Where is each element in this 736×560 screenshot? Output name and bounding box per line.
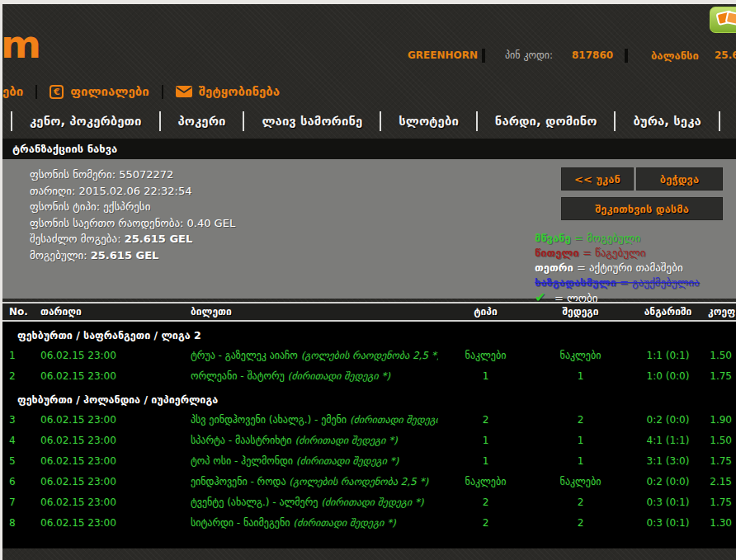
row-result: ნაკლები — [533, 350, 628, 361]
market-name: (გოლების რაოდენობა 2,5 *) — [289, 476, 428, 487]
tab-6[interactable]: ბურა, სეკა — [616, 114, 718, 129]
row-coef: 1.75 — [708, 455, 736, 467]
quick-link-2[interactable]: €ფილიალები — [50, 84, 149, 99]
betting-site-page: m GREENHORN პინ კოდი: 817860 ბალანსი 25.… — [0, 0, 736, 560]
row-ticket: სპარტა - მაასტრიხტი (ძირითადი შედეგი *) — [191, 435, 438, 446]
balance-label[interactable]: ბალანსი — [651, 49, 699, 64]
row-result: 1 — [533, 370, 628, 382]
row-number: 3 — [2, 414, 35, 426]
detail-line: ფსონის საერთო რაოდენობა: 0.40 GEL — [30, 215, 235, 232]
row-coef: 1.90 — [708, 414, 736, 426]
row-date: 06.02.15 23:00 — [35, 435, 191, 446]
match-name: სიტარდი - ნაიმეგენი — [191, 517, 293, 529]
tab-3[interactable]: ლაივ სამორინე — [244, 114, 380, 129]
tab-7[interactable]: ბ — [720, 114, 736, 129]
quick-link-label: ფილიალები — [70, 84, 149, 99]
group-header: ფეხბურთი / საფრანგეთი / ლიგა 2 — [2, 322, 736, 345]
row-date: 06.02.15 23:00 — [35, 455, 191, 467]
main-tab-bar: კენო, პოკერბეთიპოკერილაივ სამორინესლოტებ… — [2, 109, 736, 134]
match-name: ორლეანი - შატორუ — [191, 370, 288, 382]
legend-key: მწვანე — [535, 232, 571, 244]
table-row: 506.02.15 23:00ტოპ ოსი - ჰელმონდი (ძირით… — [2, 450, 736, 471]
legend-text: = წაგებული — [579, 247, 646, 259]
table-row: 306.02.15 23:00პსვ ეინდჰოვენი (ახალგ.) -… — [2, 409, 736, 430]
market-name: (ძირითადი შედეგი *) — [288, 370, 390, 382]
table-row: 806.02.15 23:00სიტარდი - ნაიმეგენი (ძირი… — [2, 512, 736, 533]
print-button[interactable]: ბეჭდვა — [636, 167, 723, 191]
site-logo[interactable]: m — [1, 21, 40, 67]
panel-title: ტრანზაქციის ნახვა — [2, 139, 736, 159]
transaction-panel: ტრანზაქციის ნახვა ფსონის ნომერი: 5507227… — [2, 139, 736, 299]
row-date: 06.02.15 23:00 — [35, 370, 191, 382]
quick-link-1[interactable]: ები — [2, 84, 23, 99]
back-button[interactable]: << უკან — [561, 167, 634, 191]
quick-link-3[interactable]: შეტყობინება — [176, 84, 280, 99]
row-result: 2 — [533, 517, 628, 529]
row-number: 6 — [2, 476, 35, 487]
detail-line: შესაძლო მოგება: 25.615 GEL — [30, 231, 235, 247]
ask-question-button[interactable]: შეკითხვის დასმა — [561, 197, 723, 220]
column-no: No. — [2, 306, 35, 318]
row-coef: 1.75 — [708, 370, 736, 382]
promo-button[interactable] — [710, 7, 736, 33]
row-score: 0:2 (0:0) — [628, 476, 708, 487]
row-number: 2 — [2, 370, 35, 382]
tab-1[interactable]: კენო, პოკერბეთი — [12, 114, 159, 129]
row-type: 2 — [438, 496, 533, 508]
market-name: (ძირითადი შედეგი *) — [293, 517, 395, 529]
pin-code-value: 817860 — [572, 49, 613, 64]
page-left-edge — [0, 0, 2, 560]
row-number: 8 — [2, 517, 35, 529]
link-separator — [162, 85, 163, 99]
detail-value: 25.615 GEL — [91, 249, 159, 261]
tab-5[interactable]: ნარდი, დომინო — [478, 114, 615, 129]
row-ticket: ტრუა - გაზელეკ აიაჩო (გოლების რაოდენობა … — [191, 350, 438, 361]
row-ticket: ეინდჰოვენი - როდა (გოლების რაოდენობა 2,5… — [191, 476, 438, 487]
row-type: ნაკლები — [438, 350, 533, 361]
column-score: ანგარიში — [628, 306, 708, 318]
row-score: 3:1 (3:0) — [628, 455, 708, 467]
row-type: ნაკლები — [438, 476, 533, 487]
detail-line: ფსონის ნომერი: 55072272 — [30, 167, 235, 183]
quick-links-bar: ები€ფილიალებიშეტყობინება — [2, 82, 280, 101]
legend-key: თეთრი — [535, 261, 573, 274]
tab-2[interactable]: პოკერი — [161, 114, 243, 129]
match-name: ტოპ ოსი - ჰელმონდი — [191, 455, 296, 467]
quick-link-label: შეტყობინება — [199, 84, 280, 99]
row-ticket: ტვენტე (ახალგ.) - ალმერე (ძირითადი შედეგ… — [191, 496, 438, 508]
detail-label: თარიღი: — [30, 185, 79, 197]
panel-body: ფსონის ნომერი: 55072272თარიღი: 2015.02.0… — [2, 159, 736, 299]
header-separator — [625, 49, 628, 63]
tickets-icon — [714, 7, 736, 32]
row-result: 2 — [533, 414, 628, 426]
row-number: 5 — [2, 455, 35, 467]
row-result: 2 — [533, 496, 628, 508]
legend-text: = გაუქმებულია — [616, 276, 700, 289]
column-ticket: ბილეთი — [191, 306, 438, 318]
tab-4[interactable]: სლოტები — [381, 114, 476, 129]
row-result: 1 — [533, 455, 628, 467]
username[interactable]: GREENHORN — [408, 49, 478, 64]
row-ticket: ორლეანი - შატორუ (ძირითადი შედეგი *) — [191, 370, 438, 382]
column-coef: კოეფ. — [708, 306, 736, 318]
legend-line: ხაზგადასმული = გაუქმებულია — [535, 275, 723, 290]
panel-actions: << უკან ბეჭდვა შეკითხვის დასმა მწვანე = … — [535, 167, 723, 306]
row-score: 1:1 (0:1) — [628, 350, 708, 361]
legend-text: = აქტიური თამაშები — [573, 261, 683, 274]
row-coef: 1.50 — [708, 350, 736, 361]
detail-value: 0.40 GEL — [187, 217, 236, 229]
row-number: 4 — [2, 435, 35, 446]
detail-line: მოგებული: 25.615 GEL — [30, 247, 235, 264]
legend-key: ხაზგადასმული — [535, 276, 616, 289]
row-result: ნაკლები — [533, 476, 628, 487]
detail-label: ფსონის საერთო რაოდენობა: — [30, 217, 187, 229]
envelope-icon — [176, 86, 192, 97]
match-name: ტრუა - გაზელეკ აიაჩო — [191, 350, 301, 361]
detail-value: 2015.02.06 22:32:54 — [79, 185, 192, 197]
row-type: 2 — [438, 517, 533, 529]
row-type: 1 — [438, 455, 533, 467]
row-date: 06.02.15 23:00 — [35, 496, 191, 508]
table-row: 706.02.15 23:00ტვენტე (ახალგ.) - ალმერე … — [2, 492, 736, 512]
row-score: 0:3 (0:1) — [628, 517, 708, 529]
euro-icon: € — [50, 85, 64, 99]
